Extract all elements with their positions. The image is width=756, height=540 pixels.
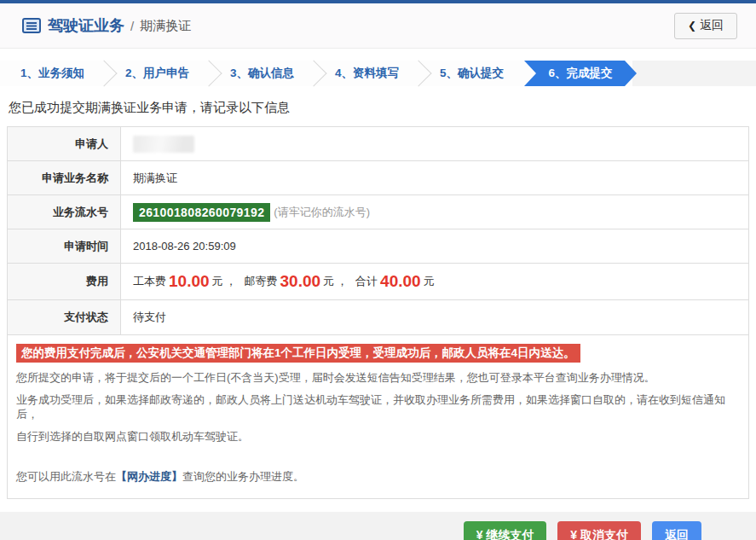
success-message: 您已成功提交期满换证业务申请，请记录以下信息 (9, 100, 749, 116)
steps-bar: 1、业务须知 2、用户申告 3、确认信息 4、资料填写 5、确认提交 6、完成提… (0, 61, 756, 86)
row-value (121, 127, 748, 160)
step-5-confirm-submit: 5、确认提交 (419, 61, 524, 86)
row-value: 261001808260079192 (请牢记你的流水号) (121, 195, 748, 229)
footer-bar: ¥ 继续支付 ¥ 取消支付 返回 (0, 512, 756, 540)
progress-link[interactable]: 【网办进度】 (116, 470, 182, 483)
fee-item1-amount: 10.00 (169, 272, 210, 291)
fee-unit: 元 (212, 274, 223, 289)
step-label: 3、确认信息 (230, 66, 294, 81)
fee-item2-label: 邮寄费 (245, 274, 278, 289)
step-3-confirm-info: 3、确认信息 (210, 61, 315, 86)
row-label: 申请时间 (8, 229, 121, 263)
progress-hint: 您可以用此流水号在【网办进度】查询您的业务办理进度。 (16, 469, 740, 485)
serial-number-note: (请牢记你的流水号) (274, 205, 370, 220)
serial-number-badge: 261001808260079192 (133, 203, 270, 222)
step-label: 2、用户申告 (125, 66, 189, 81)
fee-total-amount: 40.00 (380, 272, 421, 291)
breadcrumb: 驾驶证业务 / 期满换证 (22, 15, 191, 36)
row-label: 支付状态 (8, 300, 121, 334)
step-label: 5、确认提交 (440, 66, 504, 81)
step-6-complete-submit: 6、完成提交 (524, 61, 637, 86)
table-row-applicant: 申请人 (8, 127, 748, 161)
row-value: 2018-08-26 20:59:09 (121, 229, 748, 263)
step-2-user-declaration: 2、用户申告 (105, 61, 210, 86)
row-value: 工本费 10.00 元 ， 邮寄费 30.00 元 ， 合计 40.00 元 (121, 264, 748, 299)
table-row-business-name: 申请业务名称 期满换证 (8, 161, 748, 195)
progress-hint-suffix: 查询您的业务办理进度。 (182, 470, 304, 483)
row-label: 费用 (8, 264, 121, 299)
back-button-label: 返回 (700, 18, 724, 33)
row-value: 期满换证 (121, 161, 748, 195)
step-4-fill-data: 4、资料填写 (315, 61, 419, 86)
main-content: 您已成功提交期满换证业务申请，请记录以下信息 申请人 申请业务名称 期满换证 业… (0, 100, 756, 499)
warning-banner: 您的费用支付完成后，公安机关交通管理部门将在1个工作日内受理，受理成功后，邮政人… (16, 344, 580, 363)
step-1-business-notice: 1、业务须知 (0, 61, 105, 86)
info-table: 申请人 申请业务名称 期满换证 业务流水号 261001808260079192… (7, 126, 749, 335)
page-title: 驾驶证业务 (48, 15, 124, 36)
note-line: 自行到选择的自取网点窗口领取机动车驾驶证。 (16, 429, 740, 444)
continue-pay-button[interactable]: ¥ 继续支付 (464, 521, 547, 540)
header: 驾驶证业务 / 期满换证 ❮ 返回 (0, 3, 756, 49)
fee-unit: 元 (424, 274, 435, 289)
breadcrumb-current: 期满换证 (140, 18, 191, 34)
progress-hint-prefix: 您可以用此流水号在 (16, 470, 116, 483)
redacted-applicant-name (133, 136, 194, 153)
row-label: 申请人 (8, 127, 121, 160)
row-label: 业务流水号 (8, 195, 121, 229)
back-button[interactable]: ❮ 返回 (674, 13, 737, 39)
fee-separator: ， (226, 274, 237, 289)
fee-separator: ， (337, 274, 348, 289)
cancel-pay-button[interactable]: ¥ 取消支付 (557, 521, 641, 540)
row-label: 申请业务名称 (8, 161, 121, 195)
step-label: 4、资料填写 (335, 66, 399, 81)
note-line: 业务成功受理后，如果选择邮政寄递的，邮政人员将上门送达机动车驾驶证，并收取办理业… (16, 392, 740, 421)
fee-item2-amount: 30.00 (280, 272, 321, 291)
step-label: 6、完成提交 (548, 66, 612, 81)
chevron-left-icon: ❮ (688, 20, 696, 32)
payment-status: 待支付 (121, 300, 748, 334)
table-row-fee: 费用 工本费 10.00 元 ， 邮寄费 30.00 元 ， 合计 40.00 … (8, 264, 748, 300)
table-row-serial-number: 业务流水号 261001808260079192 (请牢记你的流水号) (8, 195, 748, 229)
fee-unit: 元 (323, 274, 334, 289)
fee-item1-label: 工本费 (133, 274, 166, 289)
breadcrumb-separator: / (130, 19, 134, 33)
list-icon (22, 18, 41, 33)
step-label: 1、业务须知 (20, 66, 84, 81)
table-row-payment-status: 支付状态 待支付 (8, 300, 748, 334)
steps-container: 1、业务须知 2、用户申告 3、确认信息 4、资料填写 5、确认提交 6、完成提… (0, 61, 632, 86)
return-button[interactable]: 返回 (652, 521, 701, 540)
table-row-apply-time: 申请时间 2018-08-26 20:59:09 (8, 229, 748, 264)
note-line: 您所提交的申请，将于提交后的一个工作日(不含当天)受理，届时会发送短信告知受理结… (16, 370, 740, 385)
fee-total-label: 合计 (355, 274, 378, 289)
notes-box: 您的费用支付完成后，公安机关交通管理部门将在1个工作日内受理，受理成功后，邮政人… (7, 335, 749, 499)
